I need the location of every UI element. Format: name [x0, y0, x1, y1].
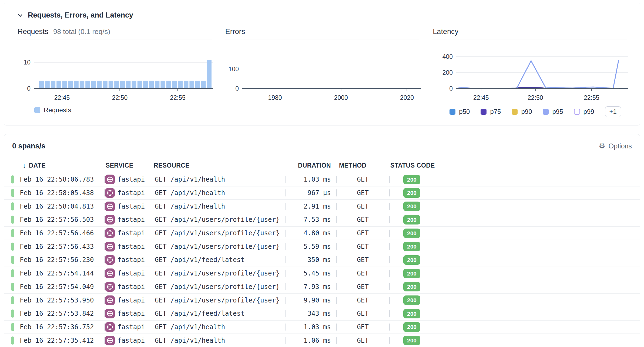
span-status-cell: 200: [389, 200, 640, 213]
span-status-cell: 200: [389, 307, 640, 320]
row-ok-indicator: [4, 253, 20, 267]
header-duration[interactable]: DURATION: [285, 162, 336, 169]
service-globe-icon: [105, 188, 115, 198]
span-duration: 1.03 ms: [285, 173, 336, 186]
spans-panel: 0 spans/s ⚙ Options ↓ DATE SERVICE RESOU…: [4, 134, 640, 347]
legend-item-p99[interactable]: p99: [574, 108, 594, 115]
span-status-cell: 200: [389, 253, 640, 267]
options-button[interactable]: ⚙ Options: [599, 142, 632, 150]
header-service[interactable]: SERVICE: [104, 162, 154, 169]
svg-text:0: 0: [27, 85, 31, 92]
status-badge: 200: [403, 336, 420, 345]
table-row[interactable]: Feb 16 22:57:36.752 fastapi GET /api/v1/…: [4, 321, 640, 334]
service-name: fastapi: [118, 176, 145, 183]
spans-rate-title: 0 spans/s: [12, 142, 45, 150]
span-date: Feb 16 22:57:53.842: [20, 307, 104, 320]
span-date: Feb 16 22:57:56.466: [20, 227, 104, 240]
legend-label: p99: [583, 108, 594, 115]
status-badge: 200: [403, 229, 420, 238]
legend-item-Requests[interactable]: Requests: [34, 106, 71, 114]
span-service: fastapi: [104, 213, 154, 226]
table-row[interactable]: Feb 16 22:57:56.503 fastapi GET /api/v1/…: [4, 213, 640, 227]
span-resource: GET /api/v1/feed/latest: [154, 307, 285, 320]
table-row[interactable]: Feb 16 22:57:35.412 fastapi GET /api/v1/…: [4, 334, 640, 347]
span-date: Feb 16 22:57:36.752: [20, 321, 104, 334]
span-resource: GET /api/v1/health: [154, 173, 285, 186]
span-duration: 5.45 ms: [285, 267, 336, 280]
span-service: fastapi: [104, 186, 154, 200]
span-duration: 2.91 ms: [285, 200, 336, 213]
header-method[interactable]: METHOD: [336, 162, 389, 169]
service-globe-icon: [105, 322, 115, 332]
service-name: fastapi: [118, 283, 145, 291]
errors-chart: Errors 1000198020002020: [225, 28, 420, 117]
legend-item-p75[interactable]: p75: [481, 108, 501, 115]
span-status-cell: 200: [389, 173, 640, 186]
divider: [17, 39, 212, 39]
requests-bar-chart[interactable]: 10022:4522:5022:55: [17, 43, 213, 100]
span-date: Feb 16 22:57:56.433: [20, 240, 104, 253]
span-method: GET: [336, 267, 389, 280]
span-method: GET: [336, 200, 389, 213]
charts-row: Requests 98 total (0.1 req/s) 10022:4522…: [17, 28, 627, 117]
row-ok-indicator: [4, 321, 20, 334]
svg-text:22:50: 22:50: [528, 94, 543, 100]
status-badge: 200: [403, 255, 420, 265]
sort-descending-icon[interactable]: ↓: [22, 161, 26, 170]
table-row[interactable]: Feb 16 22:57:56.466 fastapi GET /api/v1/…: [4, 227, 640, 240]
latency-indicator-pill: [11, 243, 14, 251]
span-resource: GET /api/v1/users/profile/{user}: [154, 267, 285, 280]
span-service: fastapi: [104, 334, 154, 347]
legend-item-p90[interactable]: p90: [512, 108, 532, 115]
svg-text:0: 0: [235, 85, 239, 92]
table-row[interactable]: Feb 16 22:57:53.950 fastapi GET /api/v1/…: [4, 294, 640, 307]
span-method: GET: [336, 227, 389, 240]
chevron-down-icon[interactable]: [17, 12, 24, 19]
span-resource: GET /api/v1/users/profile/{user}: [154, 280, 285, 294]
svg-text:22:45: 22:45: [54, 94, 70, 100]
legend-label: p75: [490, 108, 501, 115]
svg-text:0: 0: [450, 85, 453, 92]
svg-text:2020: 2020: [400, 94, 414, 100]
service-globe-icon: [105, 282, 115, 292]
service-name: fastapi: [118, 270, 145, 277]
latency-indicator-pill: [11, 229, 14, 237]
table-row[interactable]: Feb 16 22:58:04.813 fastapi GET /api/v1/…: [4, 200, 640, 213]
table-row[interactable]: Feb 16 22:57:54.049 fastapi GET /api/v1/…: [4, 280, 640, 294]
section-collapse-header[interactable]: Requests, Errors, and Latency: [17, 11, 627, 19]
span-service: fastapi: [104, 173, 154, 186]
table-row[interactable]: Feb 16 22:57:56.230 fastapi GET /api/v1/…: [4, 253, 640, 267]
span-date: Feb 16 22:57:35.412: [20, 334, 104, 347]
span-method: GET: [336, 173, 389, 186]
legend-more-button[interactable]: +1: [605, 106, 621, 117]
header-status-code[interactable]: STATUS CODE: [389, 162, 640, 169]
table-row[interactable]: Feb 16 22:57:56.433 fastapi GET /api/v1/…: [4, 240, 640, 253]
latency-indicator-pill: [11, 269, 14, 277]
table-row[interactable]: Feb 16 22:58:05.438 fastapi GET /api/v1/…: [4, 186, 640, 200]
span-service: fastapi: [104, 294, 154, 307]
span-service: fastapi: [104, 267, 154, 280]
latency-line-chart[interactable]: 400200022:4522:5022:55: [432, 43, 628, 100]
service-globe-icon: [105, 202, 115, 211]
table-row[interactable]: Feb 16 22:58:06.783 fastapi GET /api/v1/…: [4, 173, 640, 186]
latency-indicator-pill: [11, 202, 14, 210]
row-ok-indicator: [4, 200, 20, 213]
errors-chart-plot[interactable]: 1000198020002020: [225, 43, 421, 100]
legend-item-p95[interactable]: p95: [543, 108, 563, 115]
legend-item-p50[interactable]: p50: [450, 108, 470, 115]
header-date[interactable]: ↓ DATE: [20, 161, 104, 170]
row-ok-indicator: [4, 307, 20, 320]
service-name: fastapi: [118, 323, 145, 331]
gear-icon: ⚙: [599, 142, 605, 150]
latency-indicator-pill: [11, 296, 14, 304]
divider: [432, 39, 627, 39]
span-duration: 4.80 ms: [285, 227, 336, 240]
status-badge: 200: [403, 322, 420, 332]
span-resource: GET /api/v1/users/profile/{user}: [154, 227, 285, 240]
service-globe-icon: [105, 268, 115, 278]
header-resource[interactable]: RESOURCE: [154, 162, 285, 169]
apm-dashboard: Requests, Errors, and Latency Requests 9…: [0, 0, 644, 347]
table-row[interactable]: Feb 16 22:57:54.144 fastapi GET /api/v1/…: [4, 267, 640, 280]
span-status-cell: 200: [389, 227, 640, 240]
table-row[interactable]: Feb 16 22:57:53.842 fastapi GET /api/v1/…: [4, 307, 640, 321]
